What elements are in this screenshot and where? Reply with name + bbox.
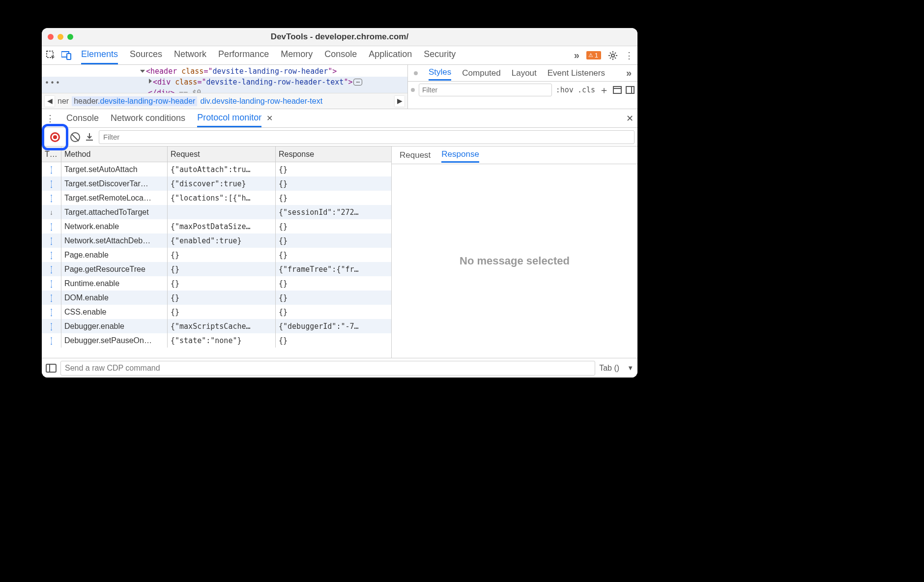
breadcrumb-left-arrow[interactable]: ◀ [45, 96, 55, 107]
table-row[interactable]: ↑↓Debugger.setPauseOn…{"state":"none"}{} [42, 333, 391, 348]
col-header-method[interactable]: Method [61, 146, 168, 162]
tab-application[interactable]: Application [369, 46, 412, 64]
expand-icon[interactable]: ⋯ [353, 79, 362, 86]
styles-tab-styles[interactable]: Styles [429, 65, 451, 81]
table-row[interactable]: ↑↓Target.setAutoAttach{"autoAttach":tru…… [42, 162, 391, 176]
inspect-element-icon[interactable] [46, 50, 57, 61]
breadcrumb-item[interactable]: header.devsite-landing-row-header [72, 96, 197, 106]
table-row[interactable]: ↑↓Debugger.enable{"maxScriptsCache…{"deb… [42, 319, 391, 333]
table-row[interactable]: ↑↓Target.setRemoteLoca…{"locations":[{"h… [42, 191, 391, 205]
detail-tab-response[interactable]: Response [441, 147, 479, 163]
cdp-command-input[interactable] [60, 361, 595, 376]
row-response: {} [276, 219, 391, 233]
styles-toolbar: :hov .cls ＋ [408, 82, 637, 98]
table-row[interactable]: ↑↓CSS.enable{}{} [42, 305, 391, 319]
styles-tab-layout[interactable]: Layout [512, 66, 537, 80]
table-row[interactable]: ↑↓Target.setDiscoverTar…{"discover":true… [42, 176, 391, 191]
minimize-window-button[interactable] [58, 34, 63, 40]
clear-button[interactable] [70, 132, 80, 142]
styles-tab-computed[interactable]: Computed [462, 66, 500, 80]
col-header-request[interactable]: Request [168, 146, 276, 162]
row-response: {} [276, 291, 391, 305]
table-row[interactable]: ↑↓DOM.enable{}{} [42, 291, 391, 305]
record-button[interactable] [50, 132, 60, 142]
dom-tag: div [157, 78, 171, 87]
row-type-icon: ↑↓ [42, 291, 61, 305]
drawer-tab-protocol-monitor[interactable]: Protocol monitor [197, 110, 261, 127]
table-row[interactable]: ↓Target.attachedToTarget{"sessionId":"27… [42, 205, 391, 219]
protocol-toolbar [42, 128, 637, 146]
breadcrumb-fragment[interactable]: ner [58, 97, 69, 106]
styles-tab-event-listeners[interactable]: Event Listeners [548, 66, 605, 80]
row-request: {"autoAttach":tru… [168, 162, 276, 176]
protocol-table: T… Method Request Response ↑↓Target.setA… [42, 146, 392, 358]
row-response: {} [276, 333, 391, 348]
cmd-hint: Tab () [599, 364, 619, 373]
row-type-icon: ↓ [42, 205, 61, 219]
device-toolbar-icon[interactable] [61, 50, 72, 61]
warnings-count: 1 [595, 52, 598, 59]
traffic-lights [48, 34, 73, 40]
protocol-filter-input[interactable] [99, 130, 635, 144]
col-header-response[interactable]: Response [276, 146, 391, 162]
command-bar: Tab () ▼ [42, 358, 637, 378]
dom-tag: header [150, 67, 177, 76]
hov-button[interactable]: :hov [556, 86, 574, 94]
tab-memory[interactable]: Memory [281, 46, 313, 64]
table-row[interactable]: ↑↓Network.setAttachDeb…{"enabled":true}{… [42, 233, 391, 248]
breadcrumb-item-selected[interactable]: div.devsite-landing-row-header-text [200, 97, 322, 106]
kebab-menu-icon[interactable]: ⋮ [625, 50, 634, 61]
tab-console[interactable]: Console [324, 46, 357, 64]
row-type-icon: ↑↓ [42, 248, 61, 262]
zoom-window-button[interactable] [67, 34, 73, 40]
window-title: DevTools - developer.chrome.com/ [42, 32, 637, 42]
dom-attr: class [181, 67, 203, 76]
tab-performance[interactable]: Performance [218, 46, 269, 64]
row-response: {"sessionId":"272… [276, 205, 391, 219]
save-icon[interactable] [85, 133, 94, 142]
overflow-tabs-icon[interactable]: » [574, 50, 579, 61]
toggle-sidebar-icon[interactable] [626, 86, 635, 94]
titlebar: DevTools - developer.chrome.com/ [42, 28, 637, 46]
row-method: Debugger.setPauseOn… [61, 333, 168, 348]
table-row[interactable]: ↑↓Page.enable{}{} [42, 248, 391, 262]
close-tab-icon[interactable]: ✕ [266, 114, 273, 123]
table-row[interactable]: ↑↓Runtime.enable{}{} [42, 276, 391, 291]
tab-security[interactable]: Security [424, 46, 456, 64]
breadcrumb-right-arrow[interactable]: ▶ [395, 96, 404, 107]
tab-sources[interactable]: Sources [130, 46, 162, 64]
row-method: Target.setAutoAttach [61, 162, 168, 176]
settings-icon[interactable] [608, 51, 618, 60]
dropdown-caret-icon[interactable]: ▼ [627, 364, 634, 372]
detail-tab-request[interactable]: Request [400, 148, 431, 162]
elements-dom-tree[interactable]: <header class="devsite-landing-row-heade… [42, 65, 407, 93]
dom-attr: class [175, 78, 197, 87]
row-type-icon: ↑↓ [42, 276, 61, 291]
computed-styles-icon[interactable] [613, 86, 622, 94]
drawer-tab-network-conditions[interactable]: Network conditions [111, 110, 185, 126]
overflow-icon[interactable]: » [626, 67, 632, 79]
row-request: {} [168, 291, 276, 305]
row-method: CSS.enable [61, 305, 168, 319]
table-row[interactable]: ↑↓Page.getResourceTree{}{"frameTree":{"f… [42, 262, 391, 276]
row-request: {"maxScriptsCache… [168, 319, 276, 333]
dom-selected-marker: == $0 [174, 88, 201, 93]
toggle-panel-icon[interactable] [46, 364, 57, 373]
close-drawer-icon[interactable]: ✕ [626, 113, 634, 124]
new-style-rule-icon[interactable]: ＋ [599, 84, 609, 97]
warnings-badge[interactable]: 1 [586, 51, 601, 59]
table-row[interactable]: ↑↓Network.enable{"maxPostDataSize…{} [42, 219, 391, 233]
cls-button[interactable]: .cls [578, 86, 595, 94]
close-window-button[interactable] [48, 34, 54, 40]
styles-filter-input[interactable] [419, 84, 552, 96]
tab-network[interactable]: Network [174, 46, 206, 64]
drawer-menu-icon[interactable]: ⋮ [46, 113, 55, 124]
row-response: {} [276, 162, 391, 176]
ellipsis-icon[interactable]: ••• [45, 78, 61, 88]
breadcrumb: ◀ ner header.devsite-landing-row-header … [42, 93, 407, 109]
drawer-tab-console[interactable]: Console [66, 110, 99, 126]
svg-point-3 [611, 54, 614, 57]
elements-tree-pane: <header class="devsite-landing-row-heade… [42, 65, 408, 109]
tab-elements[interactable]: Elements [81, 46, 118, 64]
protocol-detail-pane: Request Response No message selected [392, 146, 637, 358]
